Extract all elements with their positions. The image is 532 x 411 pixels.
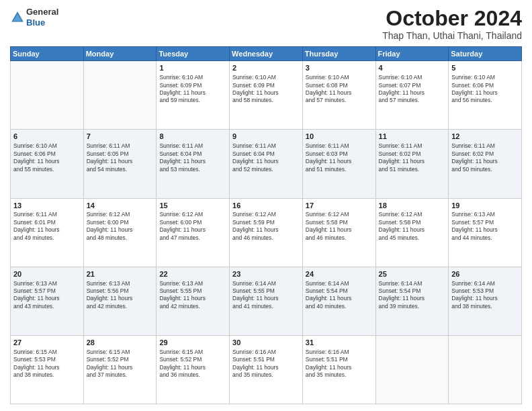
day-info: and 36 minutes. [159,371,226,379]
day-info: Daylight: 11 hours [87,364,154,371]
weekday-header-saturday: Saturday [449,47,522,61]
day-info: Daylight: 11 hours [451,295,519,302]
calendar-cell: 1Sunrise: 6:10 AMSunset: 6:09 PMDaylight… [157,61,230,130]
calendar-cell: 22Sunrise: 6:13 AMSunset: 5:55 PMDayligh… [157,267,230,335]
day-info: Sunset: 5:57 PM [13,287,81,295]
day-info: Daylight: 11 hours [451,158,519,165]
day-info: Sunset: 5:56 PM [87,287,154,295]
logo-text: General Blue [26,7,58,28]
day-number: 6 [13,132,81,142]
day-number: 24 [306,269,373,279]
day-info: Sunrise: 6:13 AM [13,280,81,287]
day-number: 8 [159,132,226,142]
day-info: Sunrise: 6:10 AM [13,142,81,150]
day-info: Sunrise: 6:11 AM [451,142,519,150]
day-info: Sunset: 5:51 PM [232,356,300,363]
calendar-cell: 27Sunrise: 6:15 AMSunset: 5:53 PMDayligh… [11,335,84,404]
day-info: and 42 minutes. [87,303,154,310]
day-number: 14 [87,201,154,211]
day-info: Sunrise: 6:14 AM [451,280,519,287]
day-info: and 51 minutes. [379,166,446,173]
day-info: Sunset: 5:53 PM [13,356,81,363]
day-number: 26 [451,269,519,279]
calendar-cell [375,335,449,404]
calendar-cell: 7Sunrise: 6:11 AMSunset: 6:05 PMDaylight… [83,130,157,198]
title-section: October 2024 Thap Than, Uthai Thani, Tha… [382,7,522,41]
weekday-header-thursday: Thursday [302,47,375,61]
day-number: 16 [232,201,300,211]
calendar-cell: 23Sunrise: 6:14 AMSunset: 5:55 PMDayligh… [230,267,303,335]
weekday-header-row: SundayMondayTuesdayWednesdayThursdayFrid… [11,47,522,61]
weekday-header-friday: Friday [375,47,449,61]
logo-icon [10,10,25,25]
day-info: Sunrise: 6:10 AM [379,74,446,81]
day-info: Daylight: 11 hours [159,364,226,371]
day-info: Sunrise: 6:15 AM [87,349,154,356]
day-info: Sunrise: 6:11 AM [87,142,154,150]
day-info: and 57 minutes. [306,97,373,104]
day-number: 30 [232,338,300,348]
day-info: Daylight: 11 hours [159,226,226,234]
day-number: 23 [232,269,300,279]
weekday-header-sunday: Sunday [11,47,84,61]
page: General Blue October 2024 Thap Than, Uth… [0,0,532,411]
day-info: Sunrise: 6:14 AM [379,280,446,287]
day-info: Daylight: 11 hours [451,226,519,234]
day-info: Daylight: 11 hours [379,89,446,97]
day-info: Sunset: 6:02 PM [451,150,519,158]
day-info: Sunset: 5:55 PM [159,287,226,295]
day-info: and 58 minutes. [232,97,300,104]
calendar-cell: 13Sunrise: 6:11 AMSunset: 6:01 PMDayligh… [11,198,84,267]
day-info: and 55 minutes. [13,166,81,173]
day-info: Sunset: 6:08 PM [306,82,373,89]
day-info: and 40 minutes. [306,303,373,310]
day-info: and 50 minutes. [451,166,519,173]
day-number: 10 [306,132,373,142]
calendar-cell: 26Sunrise: 6:14 AMSunset: 5:53 PMDayligh… [449,267,522,335]
day-info: Sunrise: 6:12 AM [87,211,154,218]
day-info: Sunrise: 6:15 AM [13,349,81,356]
calendar-cell [11,61,84,130]
day-info: Sunset: 5:54 PM [379,287,446,295]
day-info: Daylight: 11 hours [306,295,373,302]
day-info: and 35 minutes. [232,371,300,379]
day-info: Daylight: 11 hours [232,158,300,165]
day-number: 7 [87,132,154,142]
day-number: 28 [87,338,154,348]
day-info: Daylight: 11 hours [379,158,446,165]
day-number: 31 [306,338,373,348]
day-info: and 56 minutes. [451,97,519,104]
day-info: and 41 minutes. [232,303,300,310]
day-info: Daylight: 11 hours [379,226,446,234]
day-info: Daylight: 11 hours [159,89,226,97]
day-info: Daylight: 11 hours [159,158,226,165]
day-info: Daylight: 11 hours [232,364,300,371]
day-info: and 47 minutes. [159,234,226,242]
calendar-cell: 10Sunrise: 6:11 AMSunset: 6:03 PMDayligh… [302,130,375,198]
day-info: Sunset: 6:07 PM [379,82,446,89]
weekday-header-tuesday: Tuesday [157,47,230,61]
day-info: Sunset: 6:01 PM [13,219,81,226]
day-info: Sunset: 6:03 PM [306,150,373,158]
day-number: 21 [87,269,154,279]
day-number: 18 [379,201,446,211]
day-info: and 42 minutes. [159,303,226,310]
day-info: Sunset: 5:59 PM [232,219,300,226]
day-info: Sunset: 5:51 PM [306,356,373,363]
day-info: Daylight: 11 hours [87,158,154,165]
day-info: Sunrise: 6:16 AM [232,349,300,356]
calendar-cell: 21Sunrise: 6:13 AMSunset: 5:56 PMDayligh… [83,267,157,335]
day-number: 27 [13,338,81,348]
day-info: Daylight: 11 hours [13,364,81,371]
header: General Blue October 2024 Thap Than, Uth… [10,7,522,41]
calendar-cell: 25Sunrise: 6:14 AMSunset: 5:54 PMDayligh… [375,267,449,335]
day-info: and 38 minutes. [13,371,81,379]
day-info: and 46 minutes. [232,234,300,242]
day-info: Sunrise: 6:12 AM [159,211,226,218]
day-info: Daylight: 11 hours [87,295,154,302]
day-info: Daylight: 11 hours [232,295,300,302]
day-info: and 53 minutes. [159,166,226,173]
day-info: Sunset: 6:04 PM [232,150,300,158]
day-number: 5 [451,63,519,73]
day-info: Sunset: 6:05 PM [87,150,154,158]
